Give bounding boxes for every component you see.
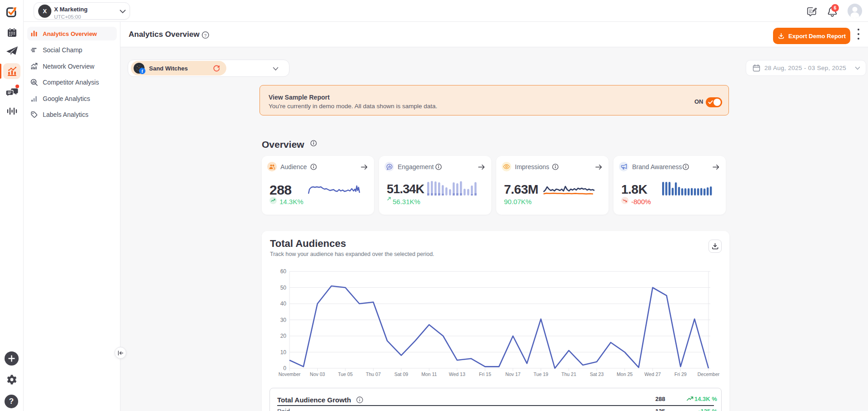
- svg-text:Sat 23: Sat 23: [590, 371, 604, 377]
- svg-text:Mon 25: Mon 25: [617, 371, 633, 377]
- svg-text:Sat 09: Sat 09: [394, 371, 409, 377]
- svg-text:30: 30: [280, 317, 287, 323]
- svg-text:50: 50: [280, 285, 287, 291]
- svg-text:10: 10: [280, 349, 287, 356]
- svg-text:0: 0: [283, 365, 286, 371]
- svg-text:60: 60: [280, 268, 287, 275]
- svg-text:Fri 29: Fri 29: [674, 371, 687, 377]
- svg-text:Thu 07: Thu 07: [366, 371, 381, 377]
- svg-text:Nov 03: Nov 03: [310, 371, 325, 377]
- svg-text:Mon 11: Mon 11: [421, 371, 437, 377]
- svg-text:40: 40: [280, 301, 287, 307]
- svg-text:Wed 13: Wed 13: [449, 371, 465, 377]
- svg-text:Fri 15: Fri 15: [479, 371, 491, 377]
- svg-text:Nov 17: Nov 17: [505, 371, 520, 377]
- svg-text:20: 20: [280, 333, 287, 339]
- svg-text:Wed 27: Wed 27: [644, 371, 661, 377]
- svg-text:November: November: [279, 371, 301, 377]
- svg-text:?: ?: [204, 33, 206, 38]
- svg-text:Thu 21: Thu 21: [561, 371, 576, 377]
- svg-text:Tue 19: Tue 19: [534, 371, 548, 377]
- svg-text:December: December: [698, 371, 720, 377]
- svg-text:Tue 05: Tue 05: [338, 371, 353, 377]
